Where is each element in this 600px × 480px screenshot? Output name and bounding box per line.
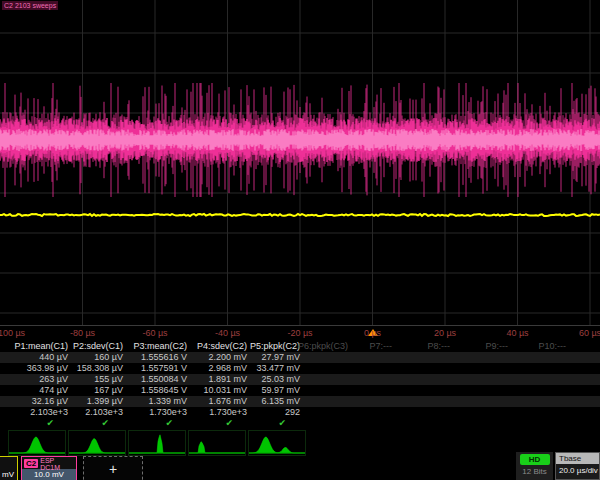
status-check-icon: ✔ bbox=[165, 418, 173, 429]
measurement-value: 27.97 mV bbox=[261, 352, 300, 363]
measurement-table: P1:mean(C1)P2:sdev(C1)P3:mean(C2)P4:sdev… bbox=[0, 341, 600, 430]
hd-bits-label: 12 Bits bbox=[516, 467, 553, 476]
measurement-value: 1.891 mV bbox=[208, 374, 247, 385]
measurement-value: 32.16 µV bbox=[32, 396, 68, 407]
measurement-header[interactable]: P3:mean(C2) bbox=[133, 341, 187, 352]
hd-panel: HD 12 Bits bbox=[516, 452, 553, 480]
measurement-header[interactable]: P7:--- bbox=[370, 341, 393, 352]
histicon-row bbox=[0, 430, 312, 456]
persistence-sweeps-label: C2 2103 sweeps bbox=[2, 1, 58, 10]
measurement-header[interactable]: P8:--- bbox=[428, 341, 451, 352]
measurement-header[interactable]: P9:--- bbox=[486, 341, 509, 352]
timebase-value: 20.0 µs/div bbox=[556, 464, 599, 477]
measurement-value: 167 µV bbox=[94, 385, 123, 396]
measurement-value: 10.031 mV bbox=[203, 385, 247, 396]
table-row: 363.98 µV158.308 µV1.557591 V2.968 mV33.… bbox=[0, 363, 600, 374]
table-row: ✔✔✔✔✔ bbox=[0, 418, 600, 429]
channel-c2-descriptor[interactable]: C2 ESP DC1M 10.0 mV bbox=[21, 456, 77, 480]
measurement-value: 1.555616 V bbox=[141, 352, 187, 363]
measurement-header[interactable]: P6:pkpk(C3) bbox=[298, 341, 348, 352]
measurement-value: 25.03 mV bbox=[261, 374, 300, 385]
descriptor-bar: C1 DC1M 10.0 mV C2 ESP DC1M 10.0 mV + HD… bbox=[0, 456, 600, 480]
c1-trace bbox=[0, 214, 600, 216]
measurement-value: 155 µV bbox=[94, 374, 123, 385]
histicon[interactable] bbox=[248, 430, 306, 456]
measurement-value: 1.730e+3 bbox=[209, 407, 247, 418]
measurement-value: 160 µV bbox=[94, 352, 123, 363]
timebase-label: Tbase bbox=[556, 453, 599, 464]
measurement-value: 292 bbox=[285, 407, 300, 418]
time-axis: -100 µs-80 µs-60 µs-40 µs-20 µs0 µs20 µs… bbox=[0, 327, 600, 340]
histicon[interactable] bbox=[8, 430, 66, 456]
time-axis-label: -20 µs bbox=[287, 328, 312, 338]
table-row: P1:mean(C1)P2:sdev(C1)P3:mean(C2)P4:sdev… bbox=[0, 341, 600, 352]
histicon[interactable] bbox=[128, 430, 186, 456]
measurement-header[interactable]: P2:sdev(C1) bbox=[73, 341, 123, 352]
c2-scale: 10.0 mV bbox=[22, 469, 76, 480]
oscilloscope-screen: C2 2103 sweeps -100 µs-80 µs-60 µs-40 µs… bbox=[0, 0, 600, 480]
measurement-value: 1.558645 V bbox=[141, 385, 187, 396]
measurement-value: 33.477 mV bbox=[256, 363, 300, 374]
measurement-header[interactable]: P10:--- bbox=[538, 341, 566, 352]
c2-label: C2 bbox=[24, 459, 38, 468]
table-row: 263 µV155 µV1.550084 V1.891 mV25.03 mV bbox=[0, 374, 600, 385]
table-row: 440 µV160 µV1.555616 V2.200 mV27.97 mV bbox=[0, 352, 600, 363]
measurement-value: 59.97 mV bbox=[261, 385, 300, 396]
c1-scale: 10.0 mV bbox=[0, 469, 17, 480]
measurement-header[interactable]: P5:pkpk(C2) bbox=[250, 341, 300, 352]
waveform-traces bbox=[0, 0, 600, 326]
measurement-value: 440 µV bbox=[39, 352, 68, 363]
measurement-value: 1.557591 V bbox=[141, 363, 187, 374]
measurement-value: 2.103e+3 bbox=[30, 407, 68, 418]
measurement-value: 363.98 µV bbox=[27, 363, 68, 374]
time-axis-label: -40 µs bbox=[215, 328, 240, 338]
status-check-icon: ✔ bbox=[101, 418, 109, 429]
status-check-icon: ✔ bbox=[46, 418, 54, 429]
plus-icon: + bbox=[109, 461, 117, 477]
table-row: 2.103e+32.103e+31.730e+31.730e+3292 bbox=[0, 407, 600, 418]
measurement-value: 263 µV bbox=[39, 374, 68, 385]
histicon[interactable] bbox=[188, 430, 246, 456]
status-check-icon: ✔ bbox=[225, 418, 233, 429]
measurement-value: 1.339 mV bbox=[148, 396, 187, 407]
waveform-grid: C2 2103 sweeps bbox=[0, 0, 600, 326]
measurement-value: 474 µV bbox=[39, 385, 68, 396]
histicon[interactable] bbox=[68, 430, 126, 456]
measurement-value: 1.730e+3 bbox=[149, 407, 187, 418]
table-row: 32.16 µV1.399 µV1.339 mV1.676 mV6.135 mV bbox=[0, 396, 600, 407]
timebase-descriptor[interactable]: Tbase 20.0 µs/div bbox=[555, 452, 600, 480]
table-row: 474 µV167 µV1.558645 V10.031 mV59.97 mV bbox=[0, 385, 600, 396]
time-axis-label: 0 µs bbox=[364, 328, 381, 338]
time-axis-label: -60 µs bbox=[142, 328, 167, 338]
measurement-value: 158.308 µV bbox=[77, 363, 123, 374]
time-axis-label: 20 µs bbox=[434, 328, 456, 338]
time-axis-label: 60 µs bbox=[579, 328, 600, 338]
time-axis-label: -100 µs bbox=[0, 328, 25, 338]
measurement-header[interactable]: P1:mean(C1) bbox=[14, 341, 68, 352]
measurement-header[interactable]: P4:sdev(C2) bbox=[197, 341, 247, 352]
measurement-value: 6.135 mV bbox=[261, 396, 300, 407]
time-axis-label: 40 µs bbox=[506, 328, 528, 338]
grid-border bbox=[0, 325, 600, 326]
add-channel-button[interactable]: + bbox=[83, 456, 143, 480]
hd-mode-badge[interactable]: HD bbox=[520, 454, 550, 465]
time-axis-label: -80 µs bbox=[70, 328, 95, 338]
measurement-value: 1.399 µV bbox=[87, 396, 123, 407]
measurement-value: 1.676 mV bbox=[208, 396, 247, 407]
measurement-value: 1.550084 V bbox=[141, 374, 187, 385]
channel-c1-descriptor[interactable]: C1 DC1M 10.0 mV bbox=[0, 456, 18, 480]
measurement-value: 2.200 mV bbox=[208, 352, 247, 363]
status-check-icon: ✔ bbox=[278, 418, 286, 429]
measurement-value: 2.103e+3 bbox=[85, 407, 123, 418]
measurement-value: 2.968 mV bbox=[208, 363, 247, 374]
